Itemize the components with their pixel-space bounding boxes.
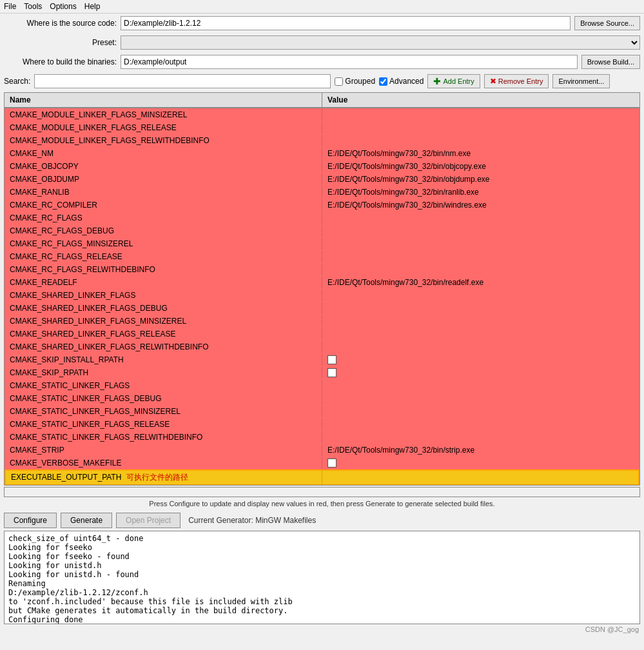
table-row[interactable]: CMAKE_SHARED_LINKER_FLAGS_MINSIZEREL — [5, 315, 639, 328]
grouped-checkbox-group: Grouped — [335, 77, 375, 86]
table-row[interactable]: CMAKE_STATIC_LINKER_FLAGS_RELWITHDEBINFO — [5, 431, 639, 444]
table-row[interactable]: CMAKE_RC_FLAGS_RELWITHDEBINFO — [5, 263, 639, 276]
table-row[interactable]: EXECUTABLE_OUTPUT_PATH可执行文件的路径 — [5, 469, 639, 486]
table-row[interactable]: CMAKE_OBJDUMPE:/IDE/Qt/Tools/mingw730_32… — [5, 173, 639, 186]
table-cell-value — [322, 367, 639, 379]
table-cell-name: CMAKE_STATIC_LINKER_FLAGS_RELEASE — [5, 419, 322, 430]
table-cell-value: E:/IDE/Qt/Tools/mingw730_32/bin/ranlib.e… — [322, 186, 639, 198]
source-label: Where is the source code: — [4, 19, 117, 28]
grouped-label: Grouped — [345, 77, 375, 86]
table-row[interactable]: CMAKE_SKIP_RPATH — [5, 366, 639, 379]
source-input[interactable] — [121, 16, 571, 30]
table-cell-value — [322, 307, 639, 310]
col-value-header: Value — [322, 93, 639, 107]
table-row[interactable]: CMAKE_MODULE_LINKER_FLAGS_MINSIZEREL — [5, 108, 639, 121]
grouped-checkbox[interactable] — [335, 77, 343, 86]
table-row[interactable]: CMAKE_VERBOSE_MAKEFILE — [5, 457, 639, 469]
environment-button[interactable]: Environment... — [552, 74, 610, 88]
table-row[interactable]: CMAKE_RC_FLAGS_MINSIZEREL — [5, 237, 639, 250]
table-cell-name: CMAKE_RC_FLAGS_DEBUG — [5, 225, 322, 237]
table-cell-value: E:/IDE/Qt/Tools/mingw730_32/bin/windres.… — [322, 199, 639, 211]
current-generator-label: Current Generator: MinGW Makefiles — [188, 516, 316, 525]
table-row[interactable]: CMAKE_NME:/IDE/Qt/Tools/mingw730_32/bin/… — [5, 147, 639, 160]
add-entry-label: Add Entry — [443, 77, 474, 85]
menu-help[interactable]: Help — [84, 2, 101, 11]
table-cell-name: CMAKE_MODULE_LINKER_FLAGS_MINSIZEREL — [5, 109, 322, 121]
add-plus-icon: ✚ — [433, 76, 441, 86]
table-row[interactable]: CMAKE_MODULE_LINKER_FLAGS_RELWITHDEBINFO — [5, 134, 639, 147]
table-row[interactable]: CMAKE_RC_COMPILERE:/IDE/Qt/Tools/mingw73… — [5, 199, 639, 212]
search-input[interactable] — [34, 74, 331, 88]
table-body: CMAKE_MODULE_LINKER_FLAGS_MINSIZERELCMAK… — [5, 108, 639, 486]
table-row[interactable]: CMAKE_READELFE:/IDE/Qt/Tools/mingw730_32… — [5, 276, 639, 289]
table-row[interactable]: CMAKE_SHARED_LINKER_FLAGS_DEBUG — [5, 302, 639, 315]
log-area[interactable]: check_size_of uint64_t - doneLooking for… — [4, 531, 640, 624]
preset-label: Preset: — [4, 38, 117, 47]
advanced-checkbox[interactable] — [379, 77, 387, 86]
table-row[interactable]: CMAKE_STATIC_LINKER_FLAGS_RELEASE — [5, 418, 639, 431]
advanced-checkbox-group: Advanced — [379, 77, 424, 86]
cn-note: 可执行文件的路径 — [126, 473, 188, 482]
horizontal-scrollbar[interactable] — [4, 487, 640, 497]
table-row[interactable]: CMAKE_SHARED_LINKER_FLAGS_RELWITHDEBINFO — [5, 340, 639, 353]
table-row[interactable]: CMAKE_STATIC_LINKER_FLAGS — [5, 379, 639, 392]
table-cell-value — [322, 423, 639, 426]
configure-button[interactable]: Configure — [4, 513, 57, 528]
table-row[interactable]: CMAKE_SHARED_LINKER_FLAGS — [5, 289, 639, 302]
table-cell-value — [322, 255, 639, 258]
value-checkbox[interactable] — [327, 368, 337, 377]
menu-tools[interactable]: Tools — [24, 2, 42, 11]
table-row[interactable]: CMAKE_OBJCOPYE:/IDE/Qt/Tools/mingw730_32… — [5, 160, 639, 173]
table-cell-name: CMAKE_SHARED_LINKER_FLAGS — [5, 290, 322, 301]
remove-entry-button[interactable]: ✖ Remove Entry — [484, 74, 549, 88]
table-cell-name: CMAKE_SHARED_LINKER_FLAGS_RELWITHDEBINFO — [5, 341, 322, 353]
table-cell-value — [322, 333, 639, 335]
table-row[interactable]: CMAKE_RC_FLAGS_RELEASE — [5, 250, 639, 263]
status-bar: Press Configure to update and display ne… — [0, 497, 644, 510]
table-row[interactable]: CMAKE_SHARED_LINKER_FLAGS_RELEASE — [5, 328, 639, 340]
binary-input[interactable] — [121, 55, 578, 69]
table-cell-name: CMAKE_RC_FLAGS — [5, 212, 322, 224]
table-cell-value — [322, 397, 639, 400]
table-row[interactable]: CMAKE_RANLIBE:/IDE/Qt/Tools/mingw730_32/… — [5, 186, 639, 199]
remove-entry-label: Remove Entry — [498, 77, 543, 85]
table-cell-value — [322, 346, 639, 348]
menubar: File Tools Options Help — [0, 0, 644, 14]
table-cell-value — [322, 477, 638, 479]
table-row[interactable]: CMAKE_RC_FLAGS — [5, 212, 639, 224]
menu-options[interactable]: Options — [50, 2, 76, 11]
add-entry-button[interactable]: ✚ Add Entry — [427, 74, 480, 88]
table-row[interactable]: CMAKE_SKIP_INSTALL_RPATH — [5, 353, 639, 366]
browse-source-button[interactable]: Browse Source... — [574, 16, 640, 30]
preset-select[interactable] — [121, 35, 640, 50]
table-cell-name: CMAKE_OBJDUMP — [5, 173, 322, 185]
bottom-toolbar: Configure Generate Open Project Current … — [0, 510, 644, 531]
table-cell-name: CMAKE_STRIP — [5, 444, 322, 456]
table-cell-name: CMAKE_RC_FLAGS_RELWITHDEBINFO — [5, 264, 322, 275]
table-row[interactable]: CMAKE_MODULE_LINKER_FLAGS_RELEASE — [5, 121, 639, 134]
table-cell-value — [322, 320, 639, 322]
open-project-button[interactable]: Open Project — [116, 513, 181, 528]
table-cell-name: CMAKE_STATIC_LINKER_FLAGS_DEBUG — [5, 393, 322, 404]
value-checkbox[interactable] — [327, 355, 337, 364]
value-checkbox[interactable] — [327, 458, 337, 468]
menu-file[interactable]: File — [4, 2, 16, 11]
table-row[interactable]: CMAKE_STRIPE:/IDE/Qt/Tools/mingw730_32/b… — [5, 444, 639, 457]
log-line: Looking for fseeko - found — [8, 552, 636, 561]
table-cell-value — [322, 242, 639, 245]
generate-button[interactable]: Generate — [61, 513, 112, 528]
table-cell-name: CMAKE_SHARED_LINKER_FLAGS_RELEASE — [5, 328, 322, 340]
table-cell-value: E:/IDE/Qt/Tools/mingw730_32/bin/strip.ex… — [322, 444, 639, 456]
table-cell-name: CMAKE_STATIC_LINKER_FLAGS_MINSIZEREL — [5, 406, 322, 417]
table-row[interactable]: CMAKE_STATIC_LINKER_FLAGS_MINSIZEREL — [5, 405, 639, 418]
table-header: Name Value — [5, 93, 639, 108]
table-cell-value — [322, 268, 639, 271]
table-cell-name: CMAKE_SHARED_LINKER_FLAGS_MINSIZEREL — [5, 315, 322, 327]
table-cell-name: CMAKE_NM — [5, 148, 322, 159]
table-row[interactable]: CMAKE_RC_FLAGS_DEBUG — [5, 224, 639, 237]
log-line: check_size_of uint64_t - done — [8, 534, 636, 543]
table-cell-value: E:/IDE/Qt/Tools/mingw730_32/bin/objcopy.… — [322, 161, 639, 172]
browse-build-button[interactable]: Browse Build... — [581, 55, 640, 69]
table-cell-value — [322, 230, 639, 232]
table-row[interactable]: CMAKE_STATIC_LINKER_FLAGS_DEBUG — [5, 392, 639, 405]
